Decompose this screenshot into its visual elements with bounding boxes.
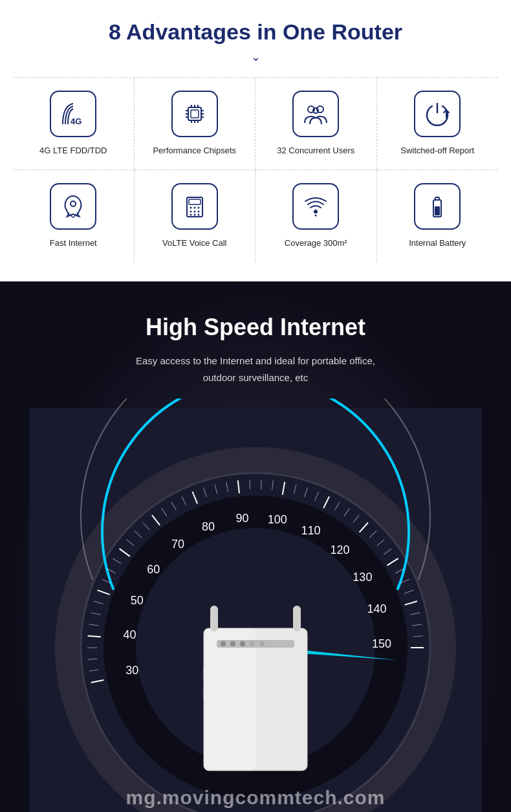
4g-icon: 4G (59, 100, 87, 128)
svg-rect-35 (435, 197, 439, 200)
svg-rect-113 (210, 606, 218, 631)
label-4g: 4G LTE FDD/TDD (39, 145, 107, 157)
svg-text:110: 110 (301, 524, 320, 537)
advantage-coverage: Coverage 300m² (256, 170, 377, 262)
svg-point-31 (197, 214, 199, 216)
svg-point-111 (250, 641, 255, 646)
users-icon (301, 100, 330, 128)
icon-4g-box: 4G (50, 91, 96, 137)
svg-line-55 (88, 636, 101, 637)
label-report: Switched-off Report (400, 145, 474, 157)
svg-point-28 (197, 211, 199, 213)
speedometer-container: 30 40 50 60 70 80 90 100 110 (29, 399, 482, 812)
svg-point-29 (190, 214, 191, 216)
svg-point-24 (193, 207, 195, 209)
label-fast: Fast Internet (50, 237, 97, 249)
speedometer-svg: 30 40 50 60 70 80 90 100 110 (29, 399, 482, 812)
speed-description: Easy access to the Internet and ideal fo… (136, 353, 375, 386)
svg-text:90: 90 (236, 512, 249, 525)
svg-rect-107 (217, 640, 294, 648)
svg-text:140: 140 (367, 603, 386, 616)
icon-phone-box (171, 183, 218, 230)
router-device-svg (204, 606, 307, 771)
svg-point-32 (314, 210, 318, 214)
advantage-chipset: Performance Chipsets (135, 78, 256, 170)
icon-rocket-box (50, 183, 96, 230)
svg-point-27 (193, 211, 195, 213)
speed-desc-line2: outdoor surveillance, etc (203, 372, 309, 383)
advantages-grid: 4G 4G LTE FDD/TDD (13, 77, 498, 262)
svg-rect-22 (189, 199, 201, 204)
chevron-icon: ⌄ (13, 50, 498, 64)
advantage-volte: VoLTE Voice Call (135, 170, 256, 262)
svg-line-85 (250, 480, 250, 490)
svg-point-25 (197, 207, 199, 209)
domain-label: mg.movingcommtech.com (125, 787, 385, 808)
icon-wifi-box (292, 183, 339, 230)
svg-text:100: 100 (268, 513, 287, 526)
svg-text:150: 150 (372, 637, 391, 650)
svg-point-26 (190, 211, 191, 213)
icon-power-box (414, 91, 461, 137)
svg-text:120: 120 (330, 543, 349, 556)
svg-text:60: 60 (147, 564, 160, 576)
svg-text:70: 70 (171, 538, 184, 551)
icon-users-box (292, 91, 339, 137)
label-chipset: Performance Chipsets (153, 145, 236, 157)
phone-icon (180, 192, 209, 221)
icon-chip-box (171, 91, 218, 137)
svg-rect-106 (204, 628, 256, 771)
svg-point-108 (221, 641, 226, 646)
wifi-icon (301, 192, 330, 221)
svg-text:130: 130 (353, 571, 372, 584)
label-users: 32 Concurrent Users (277, 145, 354, 157)
advantage-fast: Fast Internet (13, 170, 135, 262)
svg-point-112 (259, 641, 265, 646)
svg-rect-2 (191, 110, 199, 118)
svg-point-23 (190, 207, 191, 209)
label-coverage: Coverage 300m² (285, 237, 347, 249)
rocket-icon (59, 192, 87, 221)
svg-point-20 (71, 201, 76, 206)
svg-text:4G: 4G (71, 116, 82, 126)
svg-text:80: 80 (202, 521, 215, 534)
svg-point-33 (315, 215, 317, 217)
label-volte: VoLTE Voice Call (162, 237, 226, 249)
svg-point-110 (240, 641, 245, 646)
advantage-battery: Internal Battery (377, 170, 499, 262)
svg-text:40: 40 (123, 629, 136, 642)
svg-rect-1 (188, 107, 201, 120)
svg-text:30: 30 (125, 664, 138, 677)
svg-text:50: 50 (131, 595, 144, 608)
advantage-4g: 4G 4G LTE FDD/TDD (13, 78, 135, 170)
speed-section: High Speed Internet Easy access to the I… (0, 281, 511, 812)
label-battery: Internal Battery (409, 237, 466, 249)
speed-desc-line1: Easy access to the Internet and ideal fo… (136, 355, 375, 366)
svg-point-30 (193, 214, 195, 216)
svg-rect-36 (435, 206, 440, 215)
advantage-users: 32 Concurrent Users (256, 78, 377, 170)
svg-point-109 (230, 641, 235, 646)
svg-line-86 (261, 480, 262, 490)
icon-battery-box (414, 183, 461, 230)
battery-icon (423, 192, 451, 221)
advantages-title: 8 Advantages in One Router (13, 19, 498, 45)
advantage-report: Switched-off Report (377, 78, 499, 170)
power-icon (423, 100, 451, 128)
chip-icon (180, 100, 209, 128)
domain-watermark: mg.movingcommtech.com (0, 787, 511, 812)
svg-rect-114 (293, 606, 301, 631)
speed-title: High Speed Internet (146, 314, 365, 341)
advantages-section: 8 Advantages in One Router ⌄ 4G 4G LTE F… (0, 0, 511, 281)
